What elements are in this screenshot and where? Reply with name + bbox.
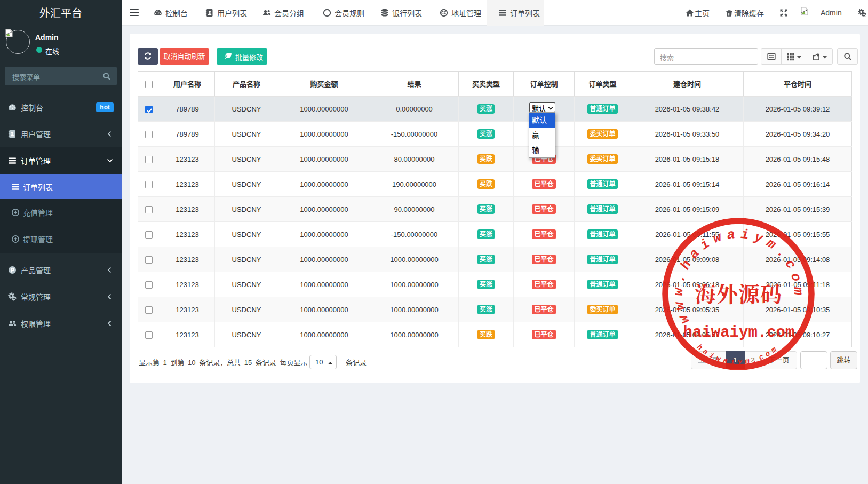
svg-text:海外源码: 海外源码 bbox=[695, 277, 782, 308]
svg-text:haiwaiym.com: haiwaiym.com bbox=[683, 324, 795, 342]
